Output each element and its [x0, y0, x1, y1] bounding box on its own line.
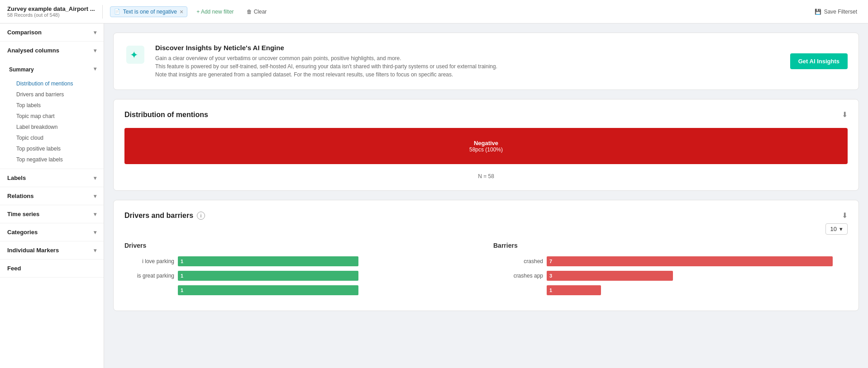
add-filter-label: + Add new filter	[196, 9, 234, 15]
barriers-section: Barriers crashed 7 crashes app 3	[493, 242, 848, 300]
ai-desc-line3: Note that insights are generated from a …	[155, 71, 781, 79]
count-select[interactable]: 10 ▾	[825, 223, 848, 235]
distribution-section-header: Distribution of mentions ⬇	[124, 110, 848, 119]
ai-content: Discover Insights by Neticle's AI Engine…	[155, 44, 781, 79]
barrier-bar-fill-2: 3	[547, 271, 673, 281]
drivers-barriers-info-icon[interactable]: i	[197, 212, 205, 220]
count-select-value: 10	[830, 226, 837, 232]
sidebar-item-label-breakdown-label: Label breakdown	[16, 124, 57, 130]
driver-label-2: is great parking	[124, 273, 174, 279]
get-ai-insights-button[interactable]: Get AI Insights	[790, 53, 848, 69]
sidebar-timeseries-header[interactable]: Time series ▾	[0, 205, 104, 223]
sidebar-labels-section: Labels ▾	[0, 169, 104, 187]
driver-row-1: i love parking 1	[124, 256, 479, 266]
sidebar-comparison-label: Comparison	[7, 29, 42, 36]
distribution-bar-wrap: Negative 58pcs (100%)	[124, 128, 848, 164]
sidebar-analysed-section: Analysed columns ▾ Summary ▴ Distributio…	[0, 42, 104, 169]
ai-desc-line2: This feature is powered by our self-trai…	[155, 62, 781, 71]
count-select-chevron: ▾	[839, 226, 843, 232]
barrier-bar-track-2: 3	[547, 271, 848, 281]
records-count: 58 Records (out of 548)	[7, 12, 95, 18]
categories-chevron: ▾	[94, 229, 96, 236]
drivers-barriers-top-row: Drivers and barriers i ⬇	[124, 211, 848, 220]
topbar-project-info: Zurvey example data_Airport ... 58 Recor…	[7, 5, 95, 18]
barrier-row-1: crashed 7	[493, 256, 848, 266]
sidebar-summary-label: Summary	[9, 66, 34, 73]
filter-chip[interactable]: 📄 Text is one of negative ×	[110, 6, 188, 17]
sidebar-feed-section: Feed	[0, 259, 104, 278]
sidebar-summary-items: Distribution of mentions Drivers and bar…	[0, 78, 104, 165]
driver-row-3: 1	[124, 285, 479, 295]
drivers-barriers-controls: ⬇	[842, 211, 848, 220]
sidebar-labels-label: Labels	[7, 175, 26, 181]
clear-icon: 🗑	[247, 9, 252, 15]
sidebar-feed-header[interactable]: Feed	[0, 259, 104, 277]
barrier-bar-fill-3: 1	[547, 285, 601, 295]
sidebar-item-label-breakdown[interactable]: Label breakdown	[0, 122, 104, 132]
driver-bar-track-1: 1	[178, 256, 479, 266]
sidebar-timeseries-section: Time series ▾	[0, 205, 104, 223]
sidebar-item-topic-cloud-label: Topic cloud	[16, 135, 43, 141]
sidebar-relations-header[interactable]: Relations ▾	[0, 187, 104, 205]
distribution-download-icon[interactable]: ⬇	[842, 110, 848, 119]
drivers-barriers-card: Drivers and barriers i ⬇ 10 ▾ Drivers i …	[113, 200, 859, 311]
barriers-section-title: Barriers	[493, 242, 848, 249]
sidebar-item-top-positive[interactable]: Top positive labels	[0, 143, 104, 154]
drivers-barriers-title-text: Drivers and barriers	[124, 212, 193, 220]
comparison-chevron: ▾	[94, 29, 96, 36]
sidebar: Comparison ▾ Analysed columns ▾ Summary …	[0, 24, 104, 368]
sidebar-item-drivers-label: Drivers and barriers	[16, 91, 64, 98]
sidebar-summary-header[interactable]: Summary ▴	[0, 61, 104, 78]
sidebar-item-topic-map[interactable]: Topic map chart	[0, 111, 104, 122]
sidebar-feed-label: Feed	[7, 265, 21, 272]
driver-label-1: i love parking	[124, 258, 174, 264]
sidebar-item-distribution-label: Distribution of mentions	[16, 80, 73, 87]
sidebar-categories-header[interactable]: Categories ▾	[0, 223, 104, 241]
barrier-row-2: crashes app 3	[493, 271, 848, 281]
ai-wand-icon: ✦	[126, 46, 144, 64]
save-filterset-button[interactable]: 💾 Save Filterset	[811, 7, 861, 17]
sidebar-item-top-negative[interactable]: Top negative labels	[0, 154, 104, 165]
drivers-barriers-title: Drivers and barriers i	[124, 212, 205, 220]
drivers-barriers-download-icon[interactable]: ⬇	[842, 211, 848, 220]
analysed-chevron: ▾	[94, 47, 96, 54]
filter-chip-text: Text is one of negative	[123, 9, 177, 15]
sidebar-item-drivers[interactable]: Drivers and barriers	[0, 89, 104, 100]
drivers-section-title: Drivers	[124, 242, 479, 249]
sidebar-analysed-label: Analysed columns	[7, 47, 59, 54]
labels-chevron: ▾	[94, 175, 96, 181]
sidebar-labels-header[interactable]: Labels ▾	[0, 169, 104, 187]
ai-desc-line1: Gain a clear overview of your verbatims …	[155, 54, 781, 62]
clear-button[interactable]: 🗑 Clear	[243, 7, 271, 17]
main-layout: Comparison ▾ Analysed columns ▾ Summary …	[0, 24, 868, 368]
barrier-bar-track-3: 1	[547, 285, 848, 295]
sidebar-analysed-header[interactable]: Analysed columns ▾	[0, 42, 104, 59]
sidebar-individual-markers-section: Individual Markers ▾	[0, 241, 104, 259]
sidebar-comparison-section: Comparison ▾	[0, 24, 104, 42]
distribution-n: N = 58	[124, 173, 848, 179]
barrier-bar-fill-1: 7	[547, 256, 833, 266]
driver-row-2: is great parking 1	[124, 271, 479, 281]
sidebar-item-top-labels[interactable]: Top labels	[0, 100, 104, 111]
sidebar-item-topic-cloud[interactable]: Topic cloud	[0, 132, 104, 143]
clear-label: Clear	[254, 9, 267, 15]
sidebar-individual-markers-label: Individual Markers	[7, 247, 59, 254]
filter-chip-remove[interactable]: ×	[180, 9, 183, 15]
sidebar-categories-section: Categories ▾	[0, 223, 104, 241]
distribution-title: Distribution of mentions	[124, 111, 208, 119]
drivers-barriers-grid: Drivers i love parking 1 is great parkin…	[124, 242, 848, 300]
ai-title: Discover Insights by Neticle's AI Engine	[155, 44, 781, 52]
topbar: Zurvey example data_Airport ... 58 Recor…	[0, 0, 868, 24]
sidebar-categories-label: Categories	[7, 229, 38, 236]
sidebar-item-topic-map-label: Topic map chart	[16, 113, 55, 119]
relations-chevron: ▾	[94, 193, 96, 199]
drivers-section: Drivers i love parking 1 is great parkin…	[124, 242, 479, 300]
filter-chip-icon: 📄	[114, 9, 120, 14]
add-filter-button[interactable]: + Add new filter	[193, 7, 237, 17]
sidebar-individual-markers-header[interactable]: Individual Markers ▾	[0, 241, 104, 259]
sidebar-item-distribution[interactable]: Distribution of mentions	[0, 78, 104, 89]
sidebar-comparison-header[interactable]: Comparison ▾	[0, 24, 104, 41]
topbar-right: 💾 Save Filterset	[811, 7, 861, 17]
sidebar-relations-label: Relations	[7, 193, 34, 199]
save-icon: 💾	[815, 9, 821, 15]
